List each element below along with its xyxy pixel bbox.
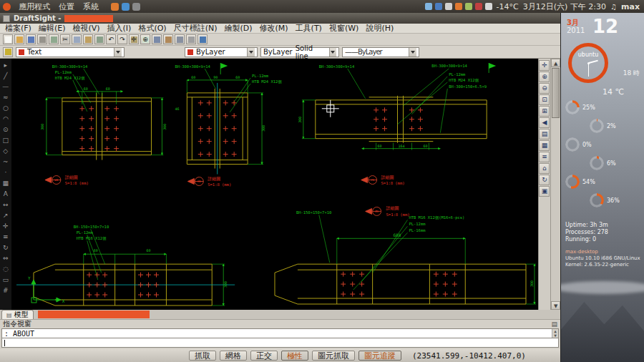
ellipse-tool[interactable]: ⊙ <box>1 124 11 135</box>
help-icon[interactable] <box>122 3 130 11</box>
bluetooth-icon[interactable] <box>435 3 442 10</box>
menubar-item[interactable]: 編輯(E) <box>35 23 69 34</box>
text-tool[interactable]: A <box>1 189 11 200</box>
zoom-out-tool[interactable]: ⊖ <box>539 83 550 94</box>
line-weight-combo[interactable]: ——ByLayer <box>342 47 419 57</box>
update-icon[interactable] <box>455 3 462 10</box>
help-button[interactable] <box>197 34 208 44</box>
menubar-item[interactable]: 工具(T) <box>292 23 326 34</box>
status-toggle-button[interactable]: 正交 <box>250 351 278 361</box>
dimension-tool[interactable]: ↔ <box>1 200 11 210</box>
circle-tool[interactable]: ○ <box>1 103 11 114</box>
scrollbar-thumb[interactable] <box>552 68 560 118</box>
scroll-down-icon[interactable]: ▼ <box>551 301 560 310</box>
cut-button[interactable]: ✂ <box>60 34 70 44</box>
spline-tool[interactable]: ~ <box>1 157 11 167</box>
menubar-item[interactable]: 說明(H) <box>362 23 397 34</box>
zoom-in-button[interactable]: ⊕ <box>140 34 150 44</box>
layer-combo[interactable]: Text <box>16 47 125 57</box>
zoom-in-tool[interactable]: ⊕ <box>539 72 550 82</box>
dropdown-arrow[interactable] <box>247 48 255 57</box>
menubar-item[interactable]: 尺寸標註(N) <box>170 23 221 34</box>
menubar-item[interactable]: 視窗(W) <box>326 23 362 34</box>
panel-menu-item[interactable]: 系統 <box>79 1 102 12</box>
line-tool[interactable]: ╱ <box>1 71 11 82</box>
dropdown-arrow[interactable] <box>329 48 336 57</box>
home-view-tool[interactable]: ⌂ <box>539 163 550 174</box>
mirror-tool[interactable]: ⇔ <box>1 253 11 264</box>
titlebar[interactable]: DraftSight - <box>0 13 560 24</box>
paste-button[interactable] <box>83 34 93 44</box>
status-toggle-button[interactable]: 極性 <box>281 351 308 361</box>
save-button[interactable] <box>26 34 36 44</box>
print-button[interactable] <box>37 34 47 44</box>
hatch-tool[interactable]: ▦ <box>1 178 11 189</box>
scroll-up-icon[interactable]: ▲ <box>551 59 560 67</box>
line-color-combo[interactable]: ByLayer <box>185 47 258 57</box>
new-button[interactable] <box>3 34 13 44</box>
input-method-icon[interactable] <box>475 3 482 10</box>
layer-panel-tool[interactable]: ▣ <box>539 186 550 197</box>
point-tool[interactable]: · <box>1 167 11 178</box>
terminal-icon[interactable] <box>132 3 140 11</box>
copy-button[interactable] <box>72 34 82 44</box>
layers-button[interactable] <box>163 34 173 44</box>
arc-tool[interactable]: ◠ <box>1 114 11 124</box>
copy-tool[interactable]: ≡ <box>1 232 11 243</box>
menubar-item[interactable]: 修改(M) <box>256 23 292 34</box>
refresh-tool[interactable]: ↻ <box>539 175 550 185</box>
menubar-item[interactable]: 檢視(V) <box>69 23 103 34</box>
undo-button[interactable]: ↶ <box>106 34 116 44</box>
vertical-scrollbar[interactable]: ▲ ▼ <box>550 59 560 310</box>
pan-button[interactable]: ✛ <box>129 34 139 44</box>
options-button[interactable] <box>186 34 196 44</box>
command-window-menu-icon[interactable]: ▤ <box>551 321 557 328</box>
status-toggle-button[interactable]: 網格 <box>220 351 247 361</box>
distributor-logo-icon[interactable] <box>3 3 11 11</box>
redo-button[interactable]: ↷ <box>117 34 127 44</box>
previous-view-tool[interactable]: ◀ <box>539 117 550 128</box>
firefox-icon[interactable] <box>111 3 119 11</box>
print-preview-button[interactable] <box>49 34 59 44</box>
select-tool[interactable]: ▸ <box>1 60 11 71</box>
line-style-combo[interactable]: ByLayer Solid line <box>260 47 339 57</box>
layer-manager-button[interactable] <box>3 47 13 57</box>
drawing-canvas[interactable]: BH-300×300×9×14PL-12mmHTB M24 X12個606030… <box>11 59 538 310</box>
clipboard-icon[interactable] <box>485 3 492 10</box>
panel-menu-item[interactable]: 應用程式 <box>15 1 54 12</box>
weather-applet[interactable]: -14°C <box>497 2 519 11</box>
command-input[interactable] <box>1 338 559 348</box>
tab-model[interactable]: ▤ 模型 <box>1 310 34 319</box>
status-toggle-button[interactable]: 抓取 <box>189 351 216 361</box>
menubar-item[interactable]: 繪製(D) <box>220 23 255 34</box>
dropdown-arrow[interactable] <box>409 48 416 57</box>
open-button[interactable] <box>14 34 24 44</box>
menubar-item[interactable]: 格式(O) <box>135 23 170 34</box>
chat-icon[interactable] <box>445 3 452 10</box>
rotate-tool[interactable]: ↻ <box>1 243 11 253</box>
status-toggle-button[interactable]: 圖元追蹤 <box>358 351 401 361</box>
zoom-window-tool[interactable]: ⊞ <box>539 106 550 117</box>
polygon-tool[interactable]: ◇ <box>1 146 11 157</box>
dropdown-arrow[interactable] <box>114 48 122 57</box>
panel-menu-item[interactable]: 位置 <box>55 1 78 12</box>
menubar-item[interactable]: 檔案(F) <box>1 23 35 34</box>
grid-display-tool[interactable]: ▦ <box>539 140 550 151</box>
zoom-fit-button[interactable] <box>152 34 162 44</box>
zoom-extents-tool[interactable]: ⊡ <box>539 94 550 105</box>
infinite-line-tool[interactable]: — <box>1 82 11 92</box>
properties-panel-tool[interactable]: ≡ <box>539 152 550 162</box>
pattern-tool[interactable]: # <box>1 285 11 296</box>
status-toggle-button[interactable]: 圖元抓取 <box>312 351 355 361</box>
erase-tool[interactable]: ◌ <box>1 264 11 275</box>
menubar-item[interactable]: 插入(I) <box>104 23 135 34</box>
battery-icon[interactable] <box>465 3 472 10</box>
viewport-tool[interactable]: ▭ <box>1 275 11 285</box>
leader-tool[interactable]: ↗ <box>1 210 11 221</box>
command-scrollbar[interactable]: ▲▼ <box>552 329 558 338</box>
user-menu[interactable]: max <box>621 2 640 11</box>
network-icon[interactable] <box>425 3 432 10</box>
volume-icon[interactable]: ♫ <box>610 3 617 11</box>
properties-button[interactable] <box>94 34 104 44</box>
linestyle-button[interactable] <box>175 34 185 44</box>
